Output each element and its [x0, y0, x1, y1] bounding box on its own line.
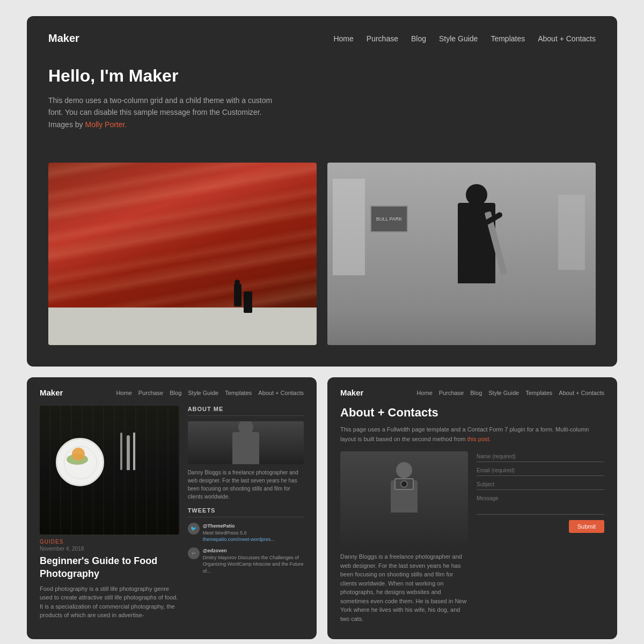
contact-photo: [340, 451, 468, 548]
saxophone-player: [439, 184, 514, 324]
bl-nav-styleguide[interactable]: Style Guide: [188, 390, 218, 396]
retweet-icon: ↩: [192, 551, 196, 556]
top-panel: Maker Home Purchase Blog Style Guide Tem…: [27, 16, 617, 367]
bottom-right-logo: Maker: [340, 388, 363, 397]
nav-about[interactable]: About + Contacts: [538, 34, 596, 43]
nav-templates[interactable]: Templates: [491, 34, 525, 43]
tweet-username-2: @edzoven: [203, 548, 227, 553]
building-left: [333, 179, 365, 275]
blog-content: GUIDES November 4, 2018 Beginner's Guide…: [40, 406, 304, 620]
hero-title: Hello, I'm Maker: [48, 66, 596, 86]
hero-section: Hello, I'm Maker This demo uses a two-co…: [48, 66, 596, 147]
br-nav-home[interactable]: Home: [416, 390, 432, 396]
sign: BULL PARK: [370, 206, 408, 232]
contacts-desc-text: This page uses a Fullwidth page template…: [340, 426, 589, 442]
bl-nav-blog[interactable]: Blog: [170, 390, 181, 396]
contacts-right: Submit: [477, 451, 604, 628]
nav-styleguide[interactable]: Style Guide: [439, 34, 478, 43]
tweet-content-1: @ThemePatio Meet WordPress 5.0 themepati…: [203, 523, 275, 543]
fork: [120, 433, 122, 470]
about-me-title: ABOUT ME: [188, 406, 304, 416]
photographer-body: [391, 480, 418, 513]
camera-lens: [400, 480, 408, 488]
hero-description-text: This demo uses a two-column grid and a c…: [48, 96, 272, 129]
about-me-image: [188, 421, 304, 464]
ground-element: [48, 308, 317, 345]
about-body: [232, 432, 259, 464]
twitter-bird-icon: 🐦: [191, 526, 196, 531]
br-nav-purchase[interactable]: Purchase: [439, 390, 464, 396]
player-head: [466, 184, 487, 206]
bl-nav-templates[interactable]: Templates: [225, 390, 252, 396]
hero-description: This demo uses a two-column grid and a c…: [48, 94, 274, 130]
knife: [133, 433, 135, 470]
food-item: [72, 448, 85, 460]
blog-main-image: [40, 406, 179, 535]
bl-nav-about[interactable]: About + Contacts: [258, 390, 304, 396]
contact-form: Submit: [477, 451, 604, 533]
tweet-username-1: @ThemePatio: [203, 523, 235, 529]
contacts-description: This page uses a Fullwidth page template…: [340, 425, 604, 444]
bottom-right-nav-links: Home Purchase Blog Style Guide Templates…: [416, 390, 604, 396]
contacts-link[interactable]: this post.: [467, 436, 491, 442]
blog-tag: GUIDES: [40, 539, 179, 545]
blog-post-excerpt: Food photography is a still life photogr…: [40, 584, 179, 620]
bottom-left-nav-links: Home Purchase Blog Style Guide Templates…: [116, 390, 304, 396]
subject-field[interactable]: [477, 479, 604, 490]
hero-image-saxophone: BULL PARK: [327, 163, 596, 345]
tweet-1: 🐦 @ThemePatio Meet WordPress 5.0 themepa…: [188, 523, 304, 543]
submit-button[interactable]: Submit: [569, 520, 604, 533]
blog-main-column: GUIDES November 4, 2018 Beginner's Guide…: [40, 406, 179, 620]
contacts-layout: Danny Bloggs is a freelance photographer…: [340, 451, 604, 628]
bl-nav-purchase[interactable]: Purchase: [138, 390, 163, 396]
bottom-right-panel: Maker Home Purchase Blog Style Guide Tem…: [327, 377, 617, 639]
nav-home[interactable]: Home: [333, 34, 353, 43]
hero-image-grid: BULL PARK: [48, 163, 596, 345]
tweets-title: TWEETS: [188, 507, 304, 517]
tweet-text-2: Dmitry Mayorov Discusses the Challenges …: [203, 555, 304, 574]
building-right: [558, 195, 585, 270]
hero-link[interactable]: Molly Porter.: [85, 120, 127, 129]
blog-post-title[interactable]: Beginner's Guide to Food Photography: [40, 555, 179, 580]
about-me-text: Danny Bloggs is a freelance photographer…: [188, 469, 304, 501]
tweet-avatar-1: 🐦: [188, 523, 200, 535]
nav-blog[interactable]: Blog: [411, 34, 426, 43]
page-wrapper: Maker Home Purchase Blog Style Guide Tem…: [27, 16, 617, 639]
bottom-left-panel: Maker Home Purchase Blog Style Guide Tem…: [27, 377, 317, 639]
contacts-left: Danny Bloggs is a freelance photographer…: [340, 451, 468, 628]
nav-links: Home Purchase Blog Style Guide Templates…: [333, 34, 596, 43]
bottom-left-logo: Maker: [40, 388, 63, 397]
tweet-2: ↩ @edzoven Dmitry Mayorov Discusses the …: [188, 547, 304, 574]
name-field[interactable]: [477, 451, 604, 462]
hero-image-red-wall: [48, 163, 317, 345]
main-nav: Maker Home Purchase Blog Style Guide Tem…: [48, 32, 596, 45]
tweets-section: TWEETS 🐦 @ThemePatio Meet WordPress 5.0 …: [188, 507, 304, 574]
blog-date: November 4, 2018: [40, 546, 179, 552]
br-nav-styleguide[interactable]: Style Guide: [488, 390, 519, 396]
tweet-content-2: @edzoven Dmitry Mayorov Discusses the Ch…: [203, 547, 304, 574]
message-field[interactable]: [477, 493, 604, 515]
site-logo: Maker: [48, 32, 79, 45]
bottom-left-nav: Maker Home Purchase Blog Style Guide Tem…: [40, 388, 304, 397]
bio-text: Danny Bloggs is a freelance photographer…: [340, 552, 468, 623]
tweet-avatar-2: ↩: [188, 547, 200, 559]
bottom-right-nav: Maker Home Purchase Blog Style Guide Tem…: [340, 388, 604, 397]
contacts-title: About + Contacts: [340, 406, 604, 420]
br-nav-about[interactable]: About + Contacts: [559, 390, 604, 396]
spoon: [127, 435, 130, 470]
photographer-head: [396, 462, 412, 478]
figure-body: [234, 284, 241, 306]
bl-nav-home[interactable]: Home: [116, 390, 131, 396]
camera: [394, 478, 414, 490]
bottom-row: Maker Home Purchase Blog Style Guide Tem…: [27, 377, 617, 639]
tweet-text-1: Meet WordPress 5.0: [203, 530, 247, 536]
br-nav-blog[interactable]: Blog: [470, 390, 482, 396]
nav-purchase[interactable]: Purchase: [367, 34, 398, 43]
email-field[interactable]: [477, 465, 604, 476]
photographer-figure: [391, 462, 418, 513]
blog-sidebar: ABOUT ME Danny Bloggs is a freelance pho…: [188, 406, 304, 620]
tweet-link-1[interactable]: themepatio.com/meet-wordpres...: [203, 537, 275, 542]
br-nav-templates[interactable]: Templates: [525, 390, 552, 396]
